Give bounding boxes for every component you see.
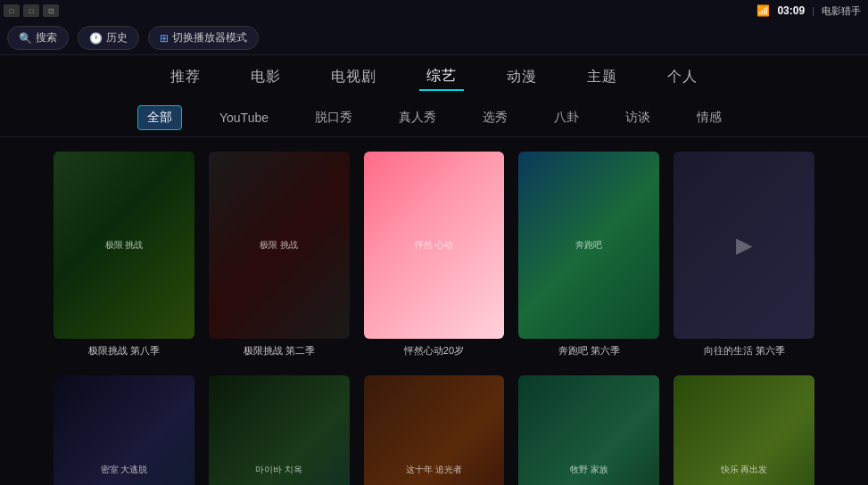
win-btn-1[interactable]: □ (4, 4, 20, 17)
card-7[interactable]: 这十年 追光者 这十年·追光者 (364, 375, 505, 485)
search-label: 搜索 (36, 30, 57, 45)
card-title-3: 奔跑吧 第六季 (518, 344, 659, 358)
card-grid: 极限 挑战 极限挑战 第八季 极限 挑战 极限挑战 第二季 怦然 心动 怦然心动… (54, 152, 814, 485)
history-button[interactable]: 🕐 历史 (78, 26, 139, 50)
card-thumb-text-9: 快乐 再出发 (717, 460, 772, 480)
sub-tabs: 全部 YouTube 脱口秀 真人秀 选秀 八卦 访谈 情感 (0, 98, 868, 137)
tab-variety[interactable]: 综艺 (419, 63, 464, 91)
card-thumb-text-2: 怦然 心动 (411, 235, 457, 255)
card-thumb-0: 极限 挑战 (54, 152, 194, 339)
player-mode-button[interactable]: ⊞ 切换播放器模式 (148, 26, 259, 50)
subtab-audition[interactable]: 选秀 (474, 106, 517, 129)
card-title-1: 极限挑战 第二季 (209, 344, 350, 358)
subtab-realityshow[interactable]: 真人秀 (390, 106, 445, 129)
tab-theme[interactable]: 主题 (580, 64, 624, 90)
card-0[interactable]: 极限 挑战 极限挑战 第八季 (54, 152, 194, 358)
card-title-2: 怦然心动20岁 (364, 344, 505, 358)
search-icon: 🔍 (19, 32, 32, 45)
card-thumb-7: 这十年 追光者 (364, 375, 505, 485)
main-tabs: 推荐 电影 电视剧 综艺 动漫 主题 个人 (0, 55, 868, 98)
card-thumb-text-6: 마이바 치옥 (252, 460, 306, 480)
card-thumb-text-0: 极限 挑战 (102, 235, 147, 255)
card-thumb-text-8: 牧野 家族 (566, 460, 612, 480)
tab-anime[interactable]: 动漫 (500, 64, 544, 90)
subtab-all[interactable]: 全部 (137, 105, 182, 130)
content-area: 极限 挑战 极限挑战 第八季 极限 挑战 极限挑战 第二季 怦然 心动 怦然心动… (0, 137, 868, 485)
status-right: 📶 03:09 | 电影猎手 (756, 4, 861, 18)
subtab-emotion[interactable]: 情感 (688, 106, 731, 129)
search-button[interactable]: 🔍 搜索 (7, 26, 69, 50)
nav-bar: 🔍 搜索 🕐 历史 ⊞ 切换播放器模式 (0, 21, 868, 55)
window-controls[interactable]: □ □ ⊡ (4, 4, 59, 17)
card-4[interactable]: ▶ 向往的生活 第六季 (674, 152, 814, 358)
status-bar: □ □ ⊡ 📶 03:09 | 电影猎手 (0, 0, 868, 21)
card-3[interactable]: 奔跑吧 奔跑吧 第六季 (518, 152, 659, 358)
card-thumb-text-7: 这十年 追光者 (402, 460, 466, 480)
card-thumb-5: 密室 大逃脱 (54, 375, 194, 485)
logo-icon: ▶ (736, 233, 752, 258)
card-2[interactable]: 怦然 心动 怦然心动20岁 (364, 152, 505, 358)
card-thumb-text-3: 奔跑吧 (572, 235, 606, 255)
player-icon: ⊞ (160, 32, 169, 45)
card-5[interactable]: 密室 大逃脱 密室大逃脱 第四季 (54, 375, 194, 485)
card-thumb-1: 极限 挑战 (209, 152, 350, 339)
card-title-4: 向往的生活 第六季 (674, 344, 814, 358)
player-mode-label: 切换播放器模式 (172, 30, 247, 45)
card-thumb-text-5: 密室 大逃脱 (97, 460, 152, 480)
tab-recommend[interactable]: 推荐 (163, 64, 208, 90)
subtab-talkshow[interactable]: 脱口秀 (306, 106, 361, 129)
card-thumb-4: ▶ (674, 152, 814, 339)
card-thumb-8: 牧野 家族 (518, 375, 659, 485)
subtab-interview[interactable]: 访谈 (616, 106, 659, 129)
card-6[interactable]: 마이바 치옥 网络炼狱：揭发N号... (209, 375, 350, 485)
card-thumb-9: 快乐 再出发 (674, 375, 814, 485)
status-time: 03:09 (777, 4, 805, 17)
tab-movie[interactable]: 电影 (244, 64, 288, 90)
status-appname: 电影猎手 (822, 4, 861, 18)
card-8[interactable]: 牧野 家族 牧野家族 (518, 375, 659, 485)
win-btn-2[interactable]: □ (23, 4, 39, 17)
subtab-youtube[interactable]: YouTube (211, 107, 277, 128)
history-icon: 🕐 (89, 32, 103, 45)
win-btn-3[interactable]: ⊡ (43, 4, 59, 17)
card-thumb-6: 마이바 치옥 (209, 375, 350, 485)
card-1[interactable]: 极限 挑战 极限挑战 第二季 (209, 152, 350, 358)
card-9[interactable]: 快乐 再出发 快乐再出发 (674, 375, 814, 485)
tab-personal[interactable]: 个人 (660, 64, 705, 90)
history-label: 历史 (106, 30, 128, 45)
card-thumb-2: 怦然 心动 (364, 152, 505, 339)
subtab-gossip[interactable]: 八卦 (545, 106, 588, 129)
tab-tv[interactable]: 电视剧 (324, 64, 384, 90)
card-thumb-3: 奔跑吧 (518, 152, 659, 339)
wifi-icon: 📶 (756, 4, 770, 17)
card-title-0: 极限挑战 第八季 (54, 344, 194, 358)
card-thumb-text-1: 极限 挑战 (256, 235, 302, 255)
